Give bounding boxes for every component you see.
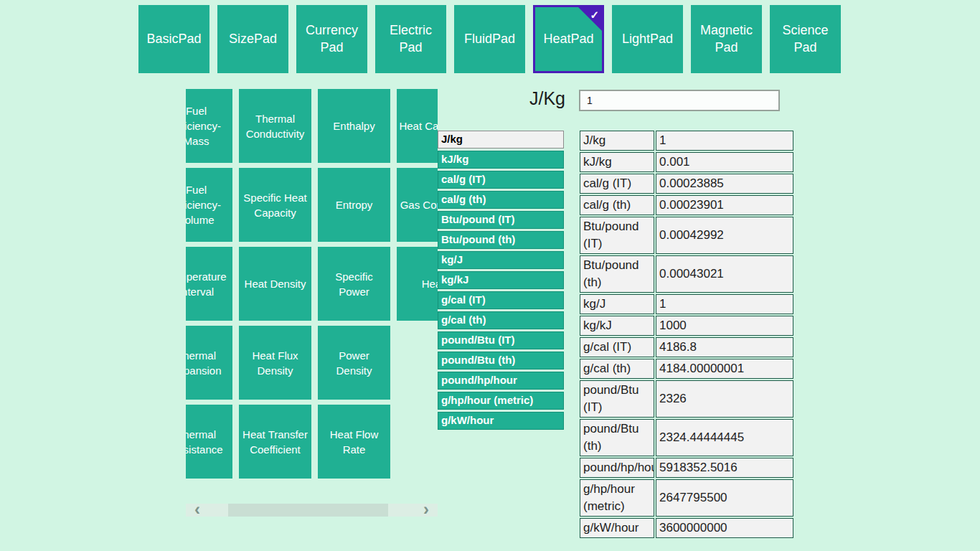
tile-fuel-efficiency-volume[interactable]: Fuel Efficiency-Volume (186, 168, 232, 242)
chevron-right-icon[interactable]: › (423, 501, 429, 518)
empty-grid-cell (397, 326, 438, 400)
tile-label: Fuel Efficiency-Volume (186, 182, 230, 227)
tile-label: Enthalpy (333, 118, 374, 133)
result-row: Btu/pound (IT)0.00042992 (580, 217, 793, 254)
tile-enthalpy[interactable]: Enthalpy (318, 89, 390, 163)
result-unit-cell: kg/kJ (580, 316, 654, 336)
unit-option[interactable]: kg/J (438, 251, 564, 269)
tile-power-density[interactable]: Power Density (318, 326, 390, 400)
horizontal-scrollbar[interactable]: ‹ › (186, 504, 438, 517)
result-value-cell: 0.001 (656, 152, 793, 172)
tab-currencypad[interactable]: Currency Pad (296, 5, 367, 73)
unit-option[interactable]: cal/g (IT) (438, 171, 564, 189)
tile-grid: Fuel Efficiency-Mass Thermal Conductivit… (186, 89, 438, 479)
tile-gas-constant[interactable]: Gas Constant (397, 168, 438, 242)
result-row: g/cal (IT)4186.8 (580, 337, 793, 357)
result-unit-cell: pound/Btu (IT) (580, 380, 654, 418)
result-unit-cell: Btu/pound (th) (580, 255, 654, 293)
tile-label: Entropy (336, 197, 373, 212)
tile-label: Heat (422, 276, 438, 291)
unit-option[interactable]: g/cal (IT) (438, 291, 564, 309)
unit-option[interactable]: kJ/kg (438, 151, 564, 169)
tile-label: Heat Capacity (399, 118, 438, 133)
result-unit-cell: pound/hp/hour (580, 458, 654, 478)
result-row: g/cal (th)4184.00000001 (580, 359, 793, 379)
result-row: cal/g (th)0.00023901 (580, 195, 793, 215)
tab-sciencepad[interactable]: Science Pad (770, 5, 841, 73)
unit-option[interactable]: Btu/pound (th) (438, 231, 564, 249)
unit-option[interactable]: pound/hp/hour (438, 372, 564, 390)
tile-heat-flow-rate[interactable]: Heat Flow Rate (318, 405, 390, 479)
tile-thermal-conductivity[interactable]: Thermal Conductivity (239, 89, 311, 163)
result-unit-cell: cal/g (IT) (580, 174, 654, 194)
tile-label: Thermal Resistance (186, 427, 230, 457)
tile-grid-viewport: Fuel Efficiency-Mass Thermal Conductivit… (186, 89, 438, 481)
tile-heat-capacity[interactable]: Heat Capacity (397, 89, 438, 163)
unit-list: J/kg kJ/kg cal/g (IT) cal/g (th) Btu/pou… (438, 131, 564, 432)
result-value-cell: 2326 (656, 380, 793, 418)
tab-fluidpad[interactable]: FluidPad (454, 5, 525, 73)
chevron-left-icon[interactable]: ‹ (194, 501, 200, 518)
result-unit-cell: g/cal (IT) (580, 337, 654, 357)
tile-fuel-efficiency-mass[interactable]: Fuel Efficiency-Mass (186, 89, 232, 163)
tab-basicpad[interactable]: BasicPad (138, 5, 209, 73)
unit-option[interactable]: Btu/pound (IT) (438, 211, 564, 229)
unit-option[interactable]: g/kW/hour (438, 412, 564, 430)
tile-label: Specific Power (321, 269, 387, 299)
result-row: pound/Btu (th)2324.44444445 (580, 419, 793, 456)
result-row: kg/J1 (580, 294, 793, 314)
tab-label: Electric Pad (380, 22, 442, 56)
tile-heat-transfer-coefficient[interactable]: Heat Transfer Coefficient (239, 405, 311, 479)
result-value-cell: 2324.44444445 (656, 419, 793, 456)
tile-label: Heat Density (245, 276, 306, 291)
tile-heat[interactable]: Heat (397, 247, 438, 321)
tile-label: Heat Flux Density (242, 348, 308, 378)
result-unit-cell: J/kg (580, 131, 654, 151)
tile-label: Gas Constant (400, 197, 438, 212)
unit-option[interactable]: pound/Btu (th) (438, 352, 564, 369)
result-row: g/kW/hour3600000000 (580, 518, 793, 538)
tile-label: Power Density (321, 348, 387, 378)
tab-lightpad[interactable]: LightPad (612, 5, 683, 73)
result-row: Btu/pound (th)0.00043021 (580, 255, 793, 293)
unit-option[interactable]: g/hp/hour (metric) (438, 392, 564, 410)
result-value-cell: 1 (656, 294, 793, 314)
unit-option[interactable]: pound/Btu (IT) (438, 331, 564, 349)
result-row: cal/g (IT)0.00023885 (580, 174, 793, 194)
result-value-cell: 4184.00000001 (656, 359, 793, 379)
result-unit-cell: g/hp/hour (metric) (580, 479, 654, 517)
tile-temperature-interval[interactable]: Temperature Interval (186, 247, 232, 321)
tile-label: Temperature Interval (186, 269, 230, 299)
tile-thermal-resistance[interactable]: Thermal Resistance (186, 405, 232, 479)
tile-entropy[interactable]: Entropy (318, 168, 390, 242)
unit-option[interactable]: g/cal (th) (438, 311, 564, 329)
result-unit-cell: kJ/kg (580, 152, 654, 172)
tile-heat-flux-density[interactable]: Heat Flux Density (239, 326, 311, 400)
tab-label: Currency Pad (301, 22, 363, 56)
unit-option-selected[interactable]: J/kg (438, 131, 564, 149)
tile-label: Heat Flow Rate (321, 427, 387, 457)
result-row: pound/hp/hour5918352.5016 (580, 458, 793, 478)
tab-label: Magnetic Pad (695, 22, 758, 56)
tile-label: Heat Transfer Coefficient (242, 427, 308, 457)
value-input[interactable] (579, 90, 780, 111)
tab-label: LightPad (622, 31, 673, 47)
unit-option[interactable]: kg/kJ (438, 271, 564, 289)
tab-electricpad[interactable]: Electric Pad (375, 5, 446, 73)
result-unit-cell: Btu/pound (IT) (580, 217, 654, 254)
tab-magneticpad[interactable]: Magnetic Pad (691, 5, 762, 73)
result-value-cell: 1 (656, 131, 793, 151)
tile-specific-heat-capacity[interactable]: Specific Heat Capacity (239, 168, 311, 242)
tab-label: Science Pad (774, 22, 837, 56)
tile-label: Fuel Efficiency-Mass (186, 103, 230, 149)
input-unit-label: J/Kg (529, 88, 565, 109)
tab-sizepad[interactable]: SizePad (217, 5, 288, 73)
result-unit-cell: pound/Btu (th) (580, 419, 654, 456)
scrollbar-thumb[interactable] (228, 504, 388, 517)
tile-heat-density[interactable]: Heat Density (239, 247, 311, 321)
conversion-results-table: J/kg1 kJ/kg0.001 cal/g (IT)0.00023885 ca… (580, 131, 793, 538)
tile-thermal-expansion[interactable]: Thermal Expansion (186, 326, 232, 400)
unit-option[interactable]: cal/g (th) (438, 191, 564, 209)
tab-heatpad-selected[interactable]: HeatPad ✓ (533, 5, 604, 73)
tile-specific-power[interactable]: Specific Power (318, 247, 390, 321)
